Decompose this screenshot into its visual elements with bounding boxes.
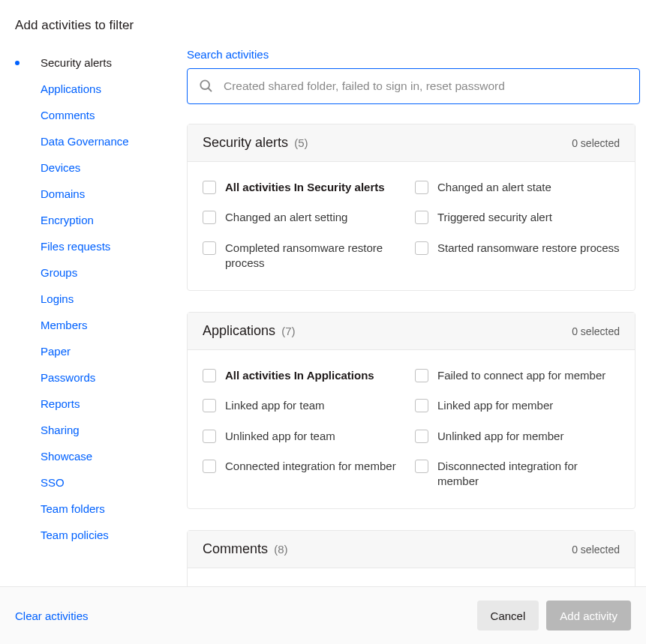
- sidebar-item-label: SSO: [26, 476, 65, 489]
- activity-option[interactable]: Started ransomware restore process: [415, 241, 620, 271]
- activity-option[interactable]: Changed an alert state: [415, 180, 620, 195]
- sidebar-item-showcase[interactable]: Showcase: [15, 443, 154, 469]
- activity-checkbox[interactable]: [415, 181, 428, 194]
- activity-label: All activities In Applications: [225, 368, 374, 383]
- sidebar-item-label: Applications: [26, 82, 101, 95]
- activity-checkbox[interactable]: [415, 399, 428, 412]
- activity-checkbox[interactable]: [203, 181, 216, 194]
- sidebar-item-encryption[interactable]: Encryption: [15, 207, 154, 233]
- activity-option[interactable]: Linked app for team: [203, 398, 407, 413]
- selected-count: 0 selected: [572, 137, 620, 149]
- activity-option[interactable]: Linked app for member: [415, 398, 620, 413]
- sidebar-item-label: Team policies: [26, 529, 109, 541]
- activity-option[interactable]: Connected integration for member: [203, 459, 407, 490]
- sidebar-item-label: Data Governance: [26, 135, 129, 148]
- svg-line-1: [209, 88, 212, 91]
- cancel-button[interactable]: Cancel: [477, 601, 539, 631]
- section-title: Applications: [203, 323, 275, 338]
- activity-checkbox[interactable]: [203, 369, 216, 382]
- sidebar-item-label: Paper: [26, 345, 71, 358]
- sidebar-item-groups[interactable]: Groups: [15, 259, 154, 286]
- search-box[interactable]: [187, 68, 640, 104]
- activity-label: Triggered security alert: [437, 210, 552, 225]
- activity-checkbox[interactable]: [415, 369, 428, 382]
- add-activity-button[interactable]: Add activity: [546, 601, 631, 631]
- activity-label: Linked app for team: [225, 398, 325, 413]
- sidebar-item-label: Encryption: [26, 214, 94, 226]
- activity-checkbox[interactable]: [203, 399, 216, 412]
- sidebar-item-sharing[interactable]: Sharing: [15, 417, 154, 443]
- sidebar-item-security-alerts[interactable]: Security alerts: [15, 49, 154, 76]
- activity-label: Changed an alert state: [437, 180, 551, 195]
- section-comments: Comments (8)0 selectedAll activities In …: [187, 530, 635, 586]
- selected-count: 0 selected: [572, 325, 620, 337]
- activity-option[interactable]: All activities In Applications: [203, 368, 407, 383]
- sidebar-item-data-governance[interactable]: Data Governance: [15, 128, 154, 154]
- activity-checkbox[interactable]: [203, 211, 216, 224]
- sidebar-item-sso[interactable]: SSO: [15, 469, 154, 496]
- sidebar-item-devices[interactable]: Devices: [15, 154, 154, 181]
- activities-scroll[interactable]: Security alerts (5)0 selectedAll activit…: [187, 124, 640, 586]
- activity-option[interactable]: Failed to connect app for member: [415, 368, 620, 383]
- activity-label: Linked app for member: [437, 398, 553, 413]
- search-input[interactable]: [224, 79, 629, 93]
- sidebar-item-members[interactable]: Members: [15, 312, 154, 338]
- sidebar-item-label: Comments: [26, 109, 95, 121]
- activity-label: Failed to connect app for member: [437, 368, 605, 383]
- activity-checkbox[interactable]: [203, 241, 216, 255]
- activity-option[interactable]: Unlinked app for member: [415, 429, 620, 444]
- sidebar-item-label: Logins: [26, 292, 74, 305]
- activity-checkbox[interactable]: [203, 460, 216, 473]
- sidebar-item-label: Passwords: [26, 371, 95, 384]
- sidebar-item-label: Devices: [26, 161, 80, 174]
- activity-label: Connected integration for member: [225, 459, 396, 474]
- activity-option[interactable]: Triggered security alert: [415, 210, 620, 225]
- sidebar[interactable]: Security alertsApplicationsCommentsData …: [0, 46, 154, 586]
- sidebar-item-label: Sharing: [26, 424, 80, 436]
- activity-checkbox[interactable]: [415, 430, 428, 443]
- sidebar-item-label: Members: [26, 319, 88, 331]
- activity-label: Disconnected integration for member: [437, 459, 620, 490]
- sidebar-item-label: Team folders: [26, 502, 105, 515]
- section-count: (8): [274, 543, 287, 556]
- sidebar-item-label: Files requests: [26, 240, 110, 253]
- selected-count: 0 selected: [572, 544, 620, 556]
- sidebar-item-logins[interactable]: Logins: [15, 286, 154, 312]
- activity-option[interactable]: Disconnected integration for member: [415, 459, 620, 490]
- sidebar-item-label: Reports: [26, 397, 80, 410]
- sidebar-item-team-policies[interactable]: Team policies: [15, 522, 154, 548]
- section-header: Applications (7)0 selected: [188, 313, 635, 350]
- activity-checkbox[interactable]: [415, 460, 428, 473]
- sidebar-item-comments[interactable]: Comments: [15, 102, 154, 128]
- active-dot-icon: [15, 61, 20, 65]
- section-security-alerts: Security alerts (5)0 selectedAll activit…: [187, 124, 635, 291]
- section-options: All activities In Security alertsChanged…: [188, 162, 635, 290]
- dialog-title: Add activities to filter: [0, 0, 646, 46]
- section-options: All activities In CommentsAdded file com…: [188, 568, 635, 586]
- activity-option[interactable]: Changed an alert setting: [203, 210, 407, 225]
- activity-label: All activities In Security alerts: [225, 180, 385, 195]
- sidebar-item-reports[interactable]: Reports: [15, 391, 154, 417]
- sidebar-item-label: Domains: [26, 187, 85, 200]
- section-options: All activities In ApplicationsFailed to …: [188, 350, 635, 508]
- activity-label: Unlinked app for team: [225, 429, 335, 444]
- clear-activities-link[interactable]: Clear activities: [15, 610, 89, 622]
- sidebar-item-domains[interactable]: Domains: [15, 181, 154, 207]
- sidebar-item-label: Groups: [26, 266, 77, 279]
- search-label: Search activities: [187, 48, 640, 61]
- activity-checkbox[interactable]: [415, 211, 428, 224]
- sidebar-item-passwords[interactable]: Passwords: [15, 364, 154, 391]
- activity-option[interactable]: All activities In Security alerts: [203, 180, 407, 195]
- sidebar-item-files-requests[interactable]: Files requests: [15, 233, 154, 259]
- activity-label: Completed ransomware restore process: [225, 241, 407, 271]
- activity-label: Changed an alert setting: [225, 210, 347, 225]
- sidebar-item-applications[interactable]: Applications: [15, 76, 154, 102]
- sidebar-item-team-folders[interactable]: Team folders: [15, 496, 154, 522]
- activity-checkbox[interactable]: [203, 430, 216, 443]
- activity-option[interactable]: Unlinked app for team: [203, 429, 407, 444]
- section-applications: Applications (7)0 selectedAll activities…: [187, 312, 635, 509]
- activity-option[interactable]: Completed ransomware restore process: [203, 241, 407, 271]
- sidebar-item-paper[interactable]: Paper: [15, 338, 154, 364]
- activity-checkbox[interactable]: [415, 241, 428, 255]
- section-title: Security alerts: [203, 135, 288, 150]
